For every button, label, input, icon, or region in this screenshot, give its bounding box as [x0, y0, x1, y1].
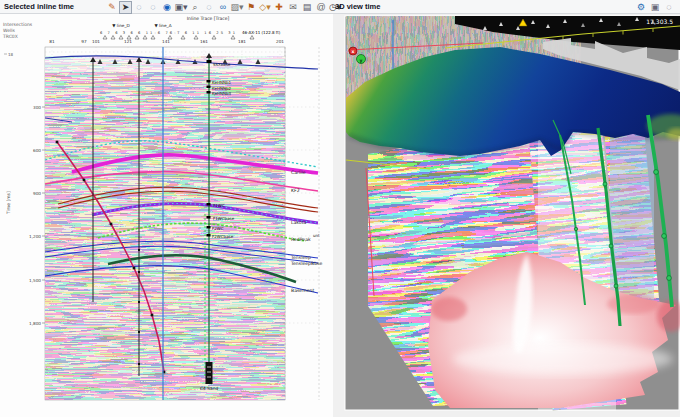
well-log-bar	[206, 362, 213, 384]
search-icon[interactable]: ⌕	[188, 1, 202, 14]
svg-text:1,800: 1,800	[29, 321, 41, 326]
mention-icon[interactable]: @	[314, 1, 328, 14]
settings-gear-icon[interactable]: ⚙	[634, 1, 648, 14]
svg-text:F2WC: F2WC	[212, 226, 224, 231]
sidebar-label-intersections: Intersections	[3, 22, 33, 27]
line-a-marker[interactable]: ▼ line_A	[154, 23, 171, 28]
right-panel-title: 3D view time	[335, 2, 380, 11]
svg-text:Lakota: Lakota	[291, 220, 306, 225]
left-panel-title: Selected inline time	[4, 2, 74, 11]
sidebar-label-trc0x: TRC0X	[2, 34, 18, 39]
inline-section-canvas[interactable]: Intersections Wells TRC0X 18 Inline Trac…	[0, 14, 337, 417]
lasso-icon[interactable]: ◌	[662, 1, 676, 14]
comment-icon[interactable]: ✉	[286, 1, 300, 14]
time-axis-title: Time [ms]	[6, 191, 11, 215]
panel-header-strip: Selected inline time ✎ ➤ ◌ ◌ ◉ ▣▾ ⌕ ◌ ∞ …	[0, 0, 680, 14]
flag-icon[interactable]: ⚑	[244, 1, 258, 14]
freehand-icon[interactable]: ◌	[202, 1, 216, 14]
annotate-icon[interactable]: ✎	[105, 1, 119, 14]
seed-pick-icon[interactable]: ✚	[272, 1, 286, 14]
trace-axis-title: Inline Trace [Trace]	[187, 16, 230, 21]
target-icon[interactable]: ◉	[160, 1, 174, 14]
image-export-icon[interactable]: ▤	[300, 1, 314, 14]
right-toolbar: ⚙ ▣ ◌	[634, 0, 676, 14]
svg-text:F2WCbase: F2WCbase	[212, 234, 234, 239]
svg-text:KeHNNb2: KeHNNb2	[212, 86, 231, 91]
svg-text:y: y	[360, 58, 363, 63]
link-views-icon[interactable]: ∞	[216, 1, 230, 14]
svg-text:KeHNNb3: KeHNNb3	[212, 91, 231, 96]
selected-well-label: 46-AX-11 (122.8 ft)	[242, 30, 281, 35]
select-pointer-icon[interactable]: ➤	[119, 1, 132, 14]
svg-text:1,200: 1,200	[29, 234, 41, 239]
svg-text:Carlile: Carlile	[291, 170, 306, 175]
svg-text:TensleepBbse: TensleepBbse	[290, 261, 322, 266]
sidebar-label-wells: Wells	[3, 28, 15, 33]
svg-text:KeHNNb1: KeHNNb1	[212, 80, 231, 85]
svg-text:C4 Sand: C4 Sand	[200, 386, 219, 391]
fence-display-icon[interactable]: ▨▾	[230, 1, 244, 14]
left-toolbar: ✎ ➤ ◌ ◌ ◉ ▣▾ ⌕ ◌ ∞ ▨▾ ⚑ ◇▾ ✚ ✉ ▤ @ ◷▾	[105, 0, 342, 14]
line-d-marker[interactable]: ▼ line_D	[112, 23, 129, 28]
svg-text:900: 900	[33, 191, 41, 196]
svg-text:161: 161	[200, 39, 208, 44]
svg-text:unt: unt	[313, 233, 320, 238]
svg-text:600: 600	[33, 148, 41, 153]
svg-text:201: 201	[276, 39, 284, 44]
corner-tick-label: 18	[8, 52, 14, 57]
svg-text:RedPeak: RedPeak	[291, 237, 311, 242]
fence-section-right[interactable]	[604, 126, 660, 314]
lasso-select-icon[interactable]: ◌	[146, 1, 160, 14]
svg-text:101: 101	[92, 39, 100, 44]
svg-text:1,500: 1,500	[29, 278, 41, 283]
svg-text:181: 181	[238, 39, 246, 44]
application-window: Selected inline time ✎ ➤ ◌ ◌ ◉ ▣▾ ⌕ ◌ ∞ …	[0, 0, 680, 417]
seismic-image[interactable]	[45, 56, 285, 400]
svg-text:Basement: Basement	[291, 288, 314, 293]
svg-text:x: x	[352, 49, 355, 54]
lasso-icon[interactable]: ◌	[132, 1, 146, 14]
svg-text:SSXbase: SSXbase	[213, 62, 231, 67]
svg-text:Tensleep: Tensleep	[290, 255, 311, 260]
depth-readout: 17,303.5	[646, 18, 673, 25]
three-d-view-canvas[interactable]: 17,303.5	[333, 14, 680, 417]
svg-text:F1WC: F1WC	[213, 203, 225, 208]
svg-text:KF2: KF2	[291, 188, 300, 193]
svg-text:81: 81	[49, 39, 55, 44]
polygon-icon[interactable]: ◇▾	[258, 1, 272, 14]
window-layout-icon[interactable]: ▣▾	[174, 1, 188, 14]
svg-text:F1WCbase: F1WCbase	[213, 216, 235, 221]
svg-text:121: 121	[124, 39, 132, 44]
svg-text:300: 300	[33, 105, 41, 110]
window-layout-icon[interactable]: ▣	[648, 1, 662, 14]
svg-text:97: 97	[81, 39, 87, 44]
svg-text:141: 141	[162, 39, 170, 44]
